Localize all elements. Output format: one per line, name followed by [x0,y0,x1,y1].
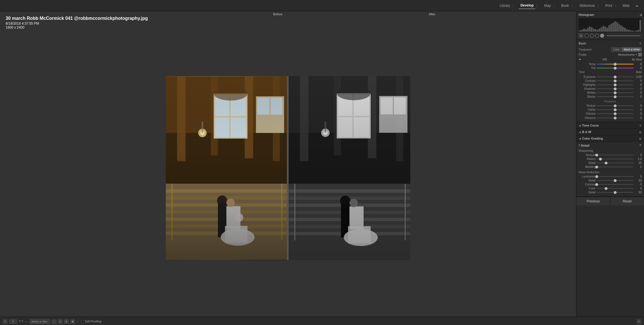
luminance-thumb[interactable] [595,175,598,178]
menu-web[interactable]: Web [621,3,631,9]
color2-thumb[interactable] [605,187,607,190]
basic-expand-icon[interactable]: ▼ [639,42,642,45]
histo-circle-4[interactable] [600,34,604,38]
histogram-controls: ⊞ [579,33,642,38]
noise-reduction-section: Noise Reduction Luminance 0 Detail 50 [579,171,642,194]
clarity-slider-row: Clarity 0 [579,108,642,111]
detail2-slider[interactable] [597,180,634,181]
temp-slider[interactable] [597,64,634,65]
dehaze-slider[interactable] [597,113,634,114]
tone-auto-button[interactable]: Auto [636,70,642,74]
before-after-btn-1[interactable]: ⬚ [52,319,56,324]
menu-map[interactable]: Map [542,3,552,9]
dehaze-value: 0 [635,112,642,115]
exposure-slider[interactable] [597,76,634,77]
detail-expand-icon[interactable]: ▼ [639,144,642,147]
luminance-value: 0 [635,175,642,178]
blacks-thumb[interactable] [614,95,617,98]
eyedropper-icon[interactable]: ✒ [579,57,581,61]
vibrance-value: 0 [635,116,642,119]
toolbar-view-btn-2[interactable]: ⊟ [9,319,17,324]
color2-slider[interactable] [597,188,634,189]
radius-thumb[interactable] [599,158,602,161]
masking-slider[interactable] [597,166,634,167]
before-after-btn-4[interactable]: ▣ [70,319,75,324]
before-after-btn-3[interactable]: ⊞ [64,319,69,324]
bw-right-arrow[interactable]: ▶ [639,131,642,134]
reset-button[interactable]: Reset [610,197,644,206]
before-after-btn-2[interactable]: ⊟ [58,319,63,324]
shadows-slider[interactable] [597,88,634,89]
soft-proofing-row: Soft Proofing [81,320,101,323]
menu-book[interactable]: Book [559,3,570,9]
texture-thumb[interactable] [614,104,617,107]
color-grading-row[interactable]: ◀ Color Grading ▶ [576,135,644,142]
vibrance-thumb[interactable] [614,117,617,119]
menu-print[interactable]: Print [604,3,614,9]
highlights-slider[interactable] [597,84,634,85]
cloud-sync-icon[interactable]: ☁ [635,4,638,7]
shadows-thumb[interactable] [614,87,617,90]
luminance-label: Luminance [579,175,596,178]
temp-thumb[interactable] [614,63,617,66]
color-detail-thumb[interactable] [614,191,617,194]
vibrance-slider[interactable] [597,117,634,118]
histogram-expand[interactable]: ◀ [639,13,642,16]
toolbar-view-btn-1[interactable]: ⊡ [3,319,7,324]
histo-circle-3[interactable] [595,34,599,38]
exposure-slider-row: Exposure 0.00 [579,75,642,78]
histo-btn-1[interactable]: ⊞ [579,33,583,38]
previous-button[interactable]: Previous [576,197,610,206]
luminance-slider[interactable] [597,176,634,177]
contrast-thumb[interactable] [614,80,617,82]
bw-row[interactable]: ◀ B & W ▶ [576,129,644,135]
detail-slider[interactable] [597,162,634,163]
color-button[interactable]: Color [611,47,621,52]
radius-slider[interactable] [597,159,634,159]
menu-develop[interactable]: Develop [519,2,535,9]
amount-thumb[interactable] [595,154,598,157]
menu-sep-5: | [598,4,598,7]
amount-slider[interactable] [597,155,634,155]
profile-grid-icon[interactable] [638,53,642,56]
color-grading-right-arrow[interactable]: ▶ [639,137,642,140]
photo-before [166,76,287,260]
whites-slider[interactable] [597,92,634,93]
clarity-slider[interactable] [597,109,634,110]
histo-circle-1[interactable] [584,33,589,38]
clarity-thumb[interactable] [614,108,617,111]
highlights-thumb[interactable] [614,84,617,86]
menu-library[interactable]: Library [498,3,512,9]
whites-thumb[interactable] [614,91,617,94]
histo-slider[interactable] [606,35,641,36]
profile-dropdown-icon[interactable]: ▾ [636,53,637,56]
texture-slider[interactable] [597,105,634,106]
radius-slider-row: Radius 1.0 [579,157,642,161]
tone-curve-right-arrow[interactable]: ▼ [639,124,642,127]
menu-slideshow[interactable]: Slideshow [578,3,596,9]
dehaze-thumb[interactable] [614,112,617,115]
hist-bar [637,30,639,32]
toolbar-down-btn[interactable]: ▼ [637,319,641,324]
clarity-value: 0 [635,108,642,111]
tint-slider[interactable] [597,68,634,69]
detail-title-text: Detail [581,144,589,147]
exposure-thumb[interactable] [614,76,617,78]
contrast2-thumb[interactable] [595,183,598,186]
amount-label: Amount [579,153,596,157]
blacks-label: Blacks [579,95,596,98]
bw-button[interactable]: Black & White [622,47,642,52]
histo-circle-2[interactable] [590,34,594,38]
blacks-slider[interactable] [597,96,634,97]
contrast-slider[interactable] [597,80,634,81]
detail-thumb[interactable] [605,162,607,164]
tone-curve-row[interactable]: ◀ Tone Curve ▼ [576,122,644,129]
masking-thumb[interactable] [595,166,598,168]
contrast2-slider[interactable] [597,184,634,185]
detail2-thumb[interactable] [614,179,617,182]
hist-bar [579,30,581,32]
photo-info-overlay: 30 march Robb McCormick 041 @robbmccormi… [6,16,148,29]
tint-thumb[interactable] [614,67,617,70]
soft-proofing-checkbox[interactable] [81,320,84,323]
color-detail-slider[interactable] [597,192,634,193]
